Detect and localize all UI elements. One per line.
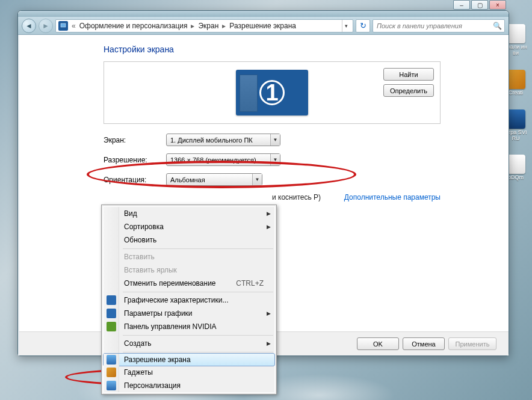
maximize-button[interactable]: ▢: [471, 0, 488, 10]
submenu-arrow-icon: ▶: [267, 340, 271, 346]
detect-button[interactable]: Определить: [383, 84, 434, 97]
desktop-icon-label: Creati: [509, 90, 523, 96]
cm-item-refresh[interactable]: Обновить: [104, 233, 274, 247]
breadcrumb-seg[interactable]: Разрешение экрана: [229, 22, 296, 30]
monitor-number: 1: [259, 80, 285, 105]
chevron-down-icon: ▼: [270, 134, 280, 146]
address-bar: ◄ ► « Оформление и персонализация ▸ Экра…: [18, 17, 509, 35]
cm-item-gadgets[interactable]: Гаджеты: [104, 366, 274, 379]
control-panel-icon: [58, 21, 68, 31]
resolution-label: Разрешение:: [104, 156, 161, 164]
forward-button[interactable]: ►: [39, 19, 53, 33]
intel-gfx-icon: [107, 295, 116, 305]
desktop-context-menu: Вид ▶ Сортировка ▶ Обновить Вставить Вст…: [101, 205, 277, 395]
search-input[interactable]: [376, 22, 490, 30]
search-icon[interactable]: 🔍: [493, 22, 502, 30]
cm-item-personalize[interactable]: Персонализация: [104, 379, 274, 392]
cm-item-sort[interactable]: Сортировка ▶: [104, 220, 274, 233]
desktop-icon-label: pDQm: [508, 175, 524, 181]
page-title: Настройки экрана: [104, 45, 494, 54]
cm-item-gfx-params[interactable]: Параметры графики ▶: [104, 307, 274, 320]
breadcrumb-seg[interactable]: Оформление и персонализация: [79, 22, 188, 30]
find-button[interactable]: Найти: [383, 68, 434, 81]
nvidia-icon: [107, 322, 116, 331]
back-button[interactable]: ◄: [22, 19, 36, 33]
svg-rect-0: [61, 23, 66, 27]
gadgets-icon: [107, 368, 116, 377]
cm-item-nvidia[interactable]: Панель управления NVIDIA: [104, 320, 274, 333]
cm-item-create[interactable]: Создать ▶: [104, 337, 274, 350]
cm-item-undo-rename[interactable]: Отменить переименование CTRL+Z: [104, 277, 274, 290]
ok-button[interactable]: OK: [357, 337, 399, 350]
projector-hint: и коснитесь P): [272, 193, 321, 202]
display-icon: [107, 355, 116, 365]
display-preview-box: 1 Найти Определить: [104, 61, 441, 124]
personalize-icon: [107, 381, 116, 390]
cm-item-paste-shortcut: Вставить ярлык: [104, 263, 274, 277]
screen-select[interactable]: 1. Дисплей мобильного ПК ▼: [166, 134, 280, 146]
chevron-right-icon: «: [70, 22, 77, 30]
breadcrumb-seg[interactable]: Экран: [198, 22, 218, 30]
cm-item-view[interactable]: Вид ▶: [104, 207, 274, 220]
submenu-arrow-icon: ▶: [267, 224, 271, 230]
resolution-select[interactable]: 1366 × 768 (рекомендуется) ▼: [166, 153, 280, 166]
close-button[interactable]: ×: [489, 0, 506, 10]
submenu-arrow-icon: ▶: [267, 310, 271, 316]
breadcrumb-dropdown[interactable]: ▾: [342, 20, 350, 32]
breadcrumb[interactable]: « Оформление и персонализация ▸ Экран ▸ …: [55, 19, 353, 32]
shortcut-text: CTRL+Z: [236, 279, 264, 288]
cancel-button[interactable]: Отмена: [403, 337, 445, 350]
titlebar[interactable]: [18, 11, 509, 17]
orientation-label: Ориентация:: [104, 176, 161, 184]
refresh-button[interactable]: ↻: [356, 19, 370, 32]
cm-item-paste: Вставить: [104, 250, 274, 263]
cm-item-resolution[interactable]: Разрешение экрана: [103, 353, 275, 366]
orientation-select[interactable]: Альбомная ▼: [166, 173, 262, 186]
cm-item-gfx-props[interactable]: Графические характеристики...: [104, 294, 274, 307]
screen-label: Экран:: [104, 136, 161, 144]
chevron-down-icon: ▼: [252, 174, 262, 185]
chevron-right-icon: ▸: [190, 22, 196, 30]
minimize-button[interactable]: –: [453, 0, 470, 10]
intel-gfx-icon: [107, 309, 116, 318]
submenu-arrow-icon: ▶: [267, 211, 271, 217]
chevron-down-icon: ▼: [270, 154, 280, 165]
apply-button[interactable]: Применить: [448, 337, 496, 350]
display-preview-monitor[interactable]: 1: [236, 70, 308, 115]
chevron-right-icon: ▸: [221, 22, 227, 30]
search-box[interactable]: 🔍: [373, 19, 505, 32]
advanced-settings-link[interactable]: Дополнительные параметры: [344, 193, 441, 202]
